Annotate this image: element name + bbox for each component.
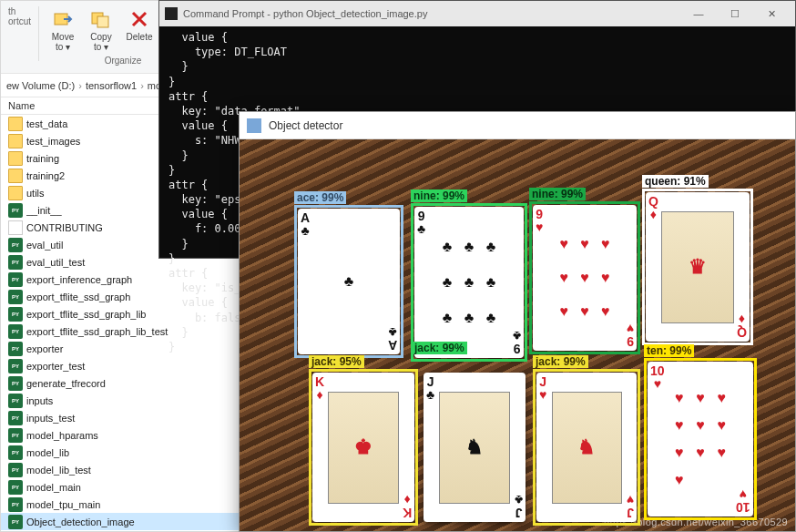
py-icon: [8, 203, 23, 218]
py-icon: [8, 445, 23, 460]
py-icon: [8, 307, 23, 322]
detection-box: jack: 99%: [533, 369, 640, 526]
terminal-title: Command Prompt - python Object_detection…: [183, 8, 427, 19]
py-icon: [8, 394, 23, 408]
playing-card: J♣J♣♞: [424, 373, 526, 522]
detection-box: jack: 95%: [309, 369, 418, 526]
detection-box: nine: 99%: [529, 201, 640, 354]
detector-scene: https://blog.csdn.net/weixin_36670529 A♣…: [240, 139, 795, 531]
folder-icon: [8, 151, 23, 166]
maximize-button[interactable]: ☐: [717, 1, 753, 26]
opencv-icon: [247, 118, 261, 133]
detection-label: ace: 99%: [294, 191, 346, 204]
terminal-titlebar[interactable]: Command Prompt - python Object_detection…: [159, 1, 795, 26]
detection-label: ten: 99%: [644, 344, 694, 357]
file-name: inputs: [26, 395, 238, 406]
file-name: Object_detection_image: [26, 517, 238, 527]
detector-window: Object detector https://blog.csdn.net/we…: [239, 111, 796, 532]
delete-button[interactable]: Delete: [123, 6, 156, 54]
py-icon: [8, 290, 23, 304]
file-name: exporter_test: [26, 361, 238, 372]
py-icon: [8, 515, 23, 529]
detection-label: jack: 99%: [412, 342, 467, 354]
py-icon: [8, 255, 23, 270]
close-button[interactable]: ✕: [753, 1, 790, 26]
cmd-icon: [165, 7, 178, 20]
file-name: model_main: [26, 482, 238, 493]
py-icon: [8, 324, 23, 339]
detection-box: nine: 99%: [411, 203, 527, 362]
detector-titlebar[interactable]: Object detector: [240, 112, 795, 139]
py-icon: [8, 480, 23, 495]
detection-box: ten: 99%: [644, 358, 757, 520]
detection-label: nine: 99%: [529, 188, 586, 200]
file-name: model_hparams: [26, 430, 238, 441]
folder-icon: [8, 169, 23, 183]
folder-icon: [8, 117, 23, 131]
detection-box: queen: 91%: [642, 189, 753, 345]
py-icon: [8, 411, 23, 425]
detection-box: ace: 99%: [294, 205, 403, 358]
py-icon: [8, 376, 23, 391]
py-icon: [8, 463, 23, 477]
detection-label: queen: 91%: [642, 175, 709, 188]
py-icon: [8, 497, 23, 512]
move-to-button[interactable]: Move to ▾: [46, 6, 79, 54]
folder-icon: [8, 134, 23, 148]
minimize-button[interactable]: —: [680, 1, 717, 26]
txt-icon: [8, 220, 23, 235]
detection-label: jack: 95%: [309, 355, 364, 368]
folder-icon: [8, 186, 23, 200]
py-icon: [8, 342, 23, 356]
py-icon: [8, 359, 23, 373]
copy-to-button[interactable]: Copy to ▾: [85, 6, 117, 54]
file-name: model_lib_test: [26, 465, 238, 476]
py-icon: [8, 428, 23, 443]
file-name: model_lib: [26, 447, 238, 458]
breadcrumb-segment[interactable]: ew Volume (D:): [6, 80, 75, 91]
py-icon: [8, 238, 23, 252]
detector-title: Object detector: [269, 119, 342, 132]
file-name: inputs_test: [26, 413, 238, 424]
file-name: generate_tfrecord: [26, 378, 238, 389]
svg-rect-2: [97, 16, 108, 27]
py-icon: [8, 272, 23, 287]
shortcut-stub: th ortcut: [8, 6, 31, 26]
detection-label: jack: 99%: [533, 355, 588, 368]
detection-label: nine: 99%: [411, 189, 467, 202]
breadcrumb-segment[interactable]: tensorflow1: [86, 80, 137, 91]
file-name: model_tpu_main: [26, 499, 238, 510]
